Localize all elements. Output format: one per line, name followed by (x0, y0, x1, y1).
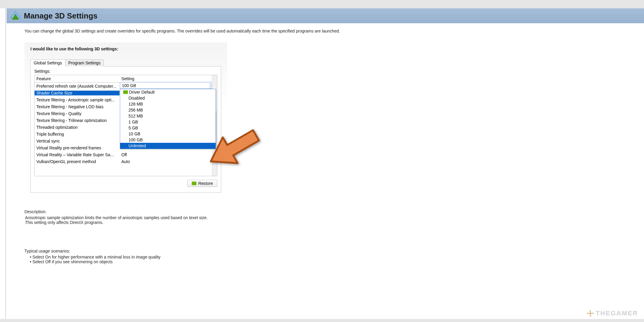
cell-feature: Shader Cache Size (35, 91, 120, 95)
dropdown-option-label: 10 GB (129, 131, 140, 136)
cell-setting: Off (120, 152, 217, 157)
cell-feature: Vulkan/OpenGL present method (35, 159, 120, 164)
watermark-text: THEGAMER (596, 309, 638, 317)
content-area: You can change the global 3D settings an… (7, 23, 644, 319)
dropdown-option-label: 1 GB (129, 120, 138, 124)
cell-feature: Virtual Reality – Variable Rate Super Sa… (35, 152, 120, 157)
intro-text: You can change the global 3D settings an… (24, 29, 626, 33)
dropdown-option-label: Driver Default (129, 90, 155, 95)
dropdown-option[interactable]: 128 MB (120, 101, 216, 107)
dropdown-option[interactable]: 100 GB (120, 137, 216, 143)
tab-body: Settings: Feature Setting Preferred refr… (30, 66, 221, 193)
settings-panel: I would like to use the following 3D set… (24, 42, 227, 199)
annotation-arrow-icon (203, 125, 268, 176)
shader-cache-size-combo[interactable]: 100 GB (120, 82, 216, 89)
dropdown-option-label: 256 MB (129, 108, 143, 112)
shader-cache-size-dropdown[interactable]: Driver DefaultDisabled128 MB256 MB512 MB… (120, 89, 216, 149)
dropdown-option-label: 100 GB (129, 137, 143, 142)
usage-heading: Typical usage scenarios: (24, 249, 227, 253)
sidebar-divider (0, 8, 6, 319)
letterbox-top (0, 0, 644, 8)
watermark-icon (587, 310, 594, 317)
dropdown-option-label: 512 MB (129, 114, 143, 118)
watermark: THEGAMER (587, 309, 638, 317)
cell-feature: Vertical sync (35, 139, 120, 143)
cell-setting: Auto (120, 159, 217, 164)
dropdown-option-label: 128 MB (129, 102, 143, 106)
dropdown-option[interactable]: 10 GB (120, 131, 216, 137)
page-title: Manage 3D Settings (24, 11, 97, 21)
svg-rect-4 (587, 313, 594, 314)
description-block: Description: Anisotropic sample optimiza… (24, 209, 227, 225)
cell-feature: Texture filtering - Anisotropic sample o… (35, 97, 120, 102)
dropdown-option-label: 5 GB (129, 126, 138, 130)
dropdown-option[interactable]: Unlimited (120, 143, 216, 149)
dropdown-option[interactable]: 1 GB (120, 119, 216, 125)
grid-header: Feature Setting (35, 75, 217, 83)
dropdown-option[interactable]: 5 GB (120, 125, 216, 131)
restore-label: Restore (198, 181, 213, 186)
cell-feature: Texture filtering - Quality (35, 111, 120, 116)
dropdown-option-label: Disabled (129, 96, 145, 100)
cell-feature: Texture filtering - Negative LOD bias (35, 104, 120, 109)
description-heading: Description: (24, 209, 227, 214)
svg-marker-2 (203, 125, 264, 174)
dropdown-option[interactable]: Disabled (120, 95, 216, 101)
restore-button[interactable]: Restore (187, 180, 217, 187)
usage-bullet: • Select Off if you see shimmering on ob… (30, 259, 227, 264)
header-banner: Manage 3D Settings (7, 8, 644, 23)
description-text: Anisotropic sample optimization limits t… (25, 215, 216, 225)
usage-bullet: • Select On for higher performance with … (30, 255, 227, 259)
dropdown-option[interactable]: Driver Default (120, 89, 216, 95)
cell-feature: Preferred refresh rate (Asustek Computer… (35, 84, 120, 89)
nvidia-panel-icon (10, 10, 21, 21)
tab-global-settings[interactable]: Global Settings (30, 59, 65, 66)
nvidia-logo-icon (123, 90, 128, 94)
cell-feature: Texture filtering - Trilinear optimizati… (35, 118, 120, 123)
dropdown-option-label: Unlimited (129, 143, 146, 148)
column-header-feature[interactable]: Feature (35, 75, 120, 82)
combo-value: 100 GB (120, 83, 138, 88)
table-row[interactable]: Vulkan/OpenGL present methodAuto (35, 158, 217, 165)
dropdown-option[interactable]: 512 MB (120, 113, 216, 119)
tab-row: Global Settings Program Settings (30, 59, 221, 66)
settings-caption: Settings: (34, 69, 217, 74)
table-row[interactable]: Virtual Reality – Variable Rate Super Sa… (35, 151, 217, 158)
cell-feature: Threaded optimization (35, 125, 120, 130)
dropdown-option[interactable]: 256 MB (120, 107, 216, 113)
settings-grid: Feature Setting Preferred refresh rate (… (34, 75, 217, 176)
cell-feature: Triple buffering (35, 132, 120, 137)
letterbox-bottom (0, 319, 644, 322)
tab-program-settings[interactable]: Program Settings (65, 59, 104, 66)
column-header-setting[interactable]: Setting (120, 75, 217, 82)
nvidia-logo-icon (192, 182, 196, 185)
cell-feature: Virtual Reality pre-rendered frames (35, 145, 120, 150)
panel-label: I would like to use the following 3D set… (30, 47, 221, 51)
usage-block: Typical usage scenarios: • Select On for… (24, 249, 227, 264)
